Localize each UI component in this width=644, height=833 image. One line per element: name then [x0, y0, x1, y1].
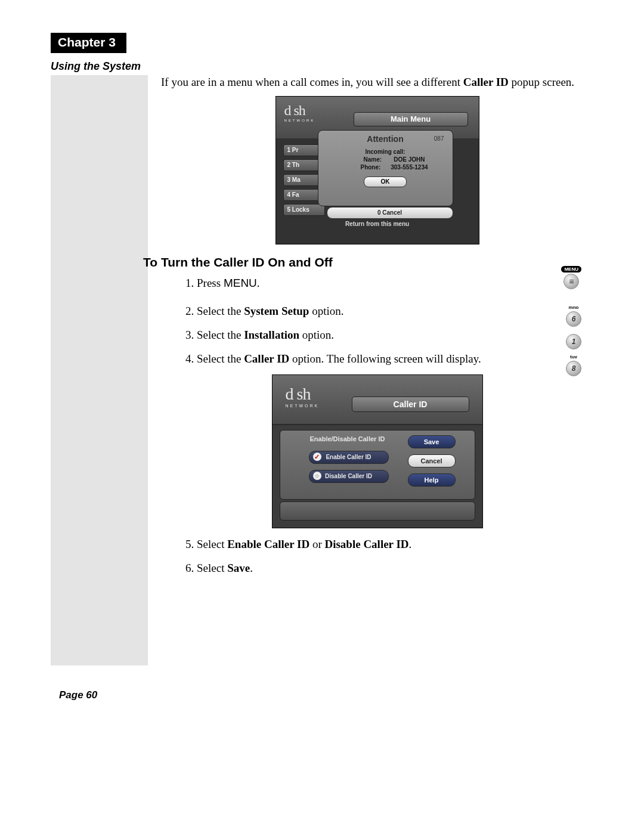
- remote-mno-label: mno: [569, 305, 579, 310]
- menu-row: 5 Locks: [283, 204, 325, 216]
- step-4-pre: Select the: [197, 352, 244, 365]
- check-icon: ✓: [313, 453, 321, 461]
- step-3: Select the Installation option.: [197, 327, 593, 343]
- remote-menu-icon: [564, 274, 579, 289]
- dish-logo: d sh NETWORK: [284, 103, 315, 122]
- popup-code: 087: [434, 135, 444, 142]
- steps-list-continued: Select Enable Caller ID or Disable Calle…: [161, 537, 593, 575]
- remote-menu-label: MENU: [561, 266, 581, 272]
- step-3-post: option.: [299, 329, 334, 341]
- popup-ok-button[interactable]: OK: [364, 176, 407, 187]
- return-hint: Return from this menu: [276, 221, 479, 227]
- enable-caller-id-option[interactable]: ✓ Enable Caller ID: [309, 451, 389, 464]
- popup-title: Attention 087: [318, 134, 453, 144]
- popup-phone-line: Phone: 303-555-1234: [318, 164, 453, 171]
- dish-logo-sub: NETWORK: [286, 404, 320, 408]
- save-button[interactable]: Save: [408, 435, 456, 448]
- step-6: Select Save.: [197, 561, 593, 576]
- manual-page: Chapter 3 Using the System If you are in…: [0, 0, 644, 832]
- step-1-pre: Press: [197, 277, 224, 289]
- remote-8-button: tuv 8: [566, 354, 581, 376]
- step-5-pre: Select: [197, 538, 227, 550]
- page-number: Page 60: [59, 689, 593, 701]
- dish-logo: d sh NETWORK: [286, 385, 320, 408]
- dish-logo-text: d sh: [286, 385, 311, 403]
- step-4: Select the Caller ID option. The followi…: [197, 351, 593, 367]
- tv-screen-main-menu: d sh NETWORK Main Menu 1 Pr 2 Th 3 Ma 4 …: [275, 96, 479, 244]
- remote-1-icon: 1: [566, 334, 581, 349]
- bottom-strip: [280, 501, 475, 521]
- step-5-mid: or: [309, 538, 324, 550]
- panel-title: Enable/Disable Caller ID: [310, 435, 385, 442]
- step-3-bold: Installation: [244, 329, 299, 341]
- step-5-boldB: Disable Caller ID: [324, 538, 408, 550]
- help-button[interactable]: Help: [408, 473, 456, 487]
- caller-id-popup: Attention 087 Incoming call: Name: DOE J…: [318, 130, 453, 206]
- content-column: If you are in a menu when a call comes i…: [161, 75, 593, 665]
- step-4-bold: Caller ID: [244, 352, 289, 365]
- step-1-menu: MENU: [224, 277, 257, 289]
- intro-pre: If you are in a menu when a call comes i…: [161, 76, 463, 88]
- dish-logo-sub: NETWORK: [284, 119, 315, 122]
- cancel-button[interactable]: Cancel: [408, 454, 456, 467]
- popup-incoming-label: Incoming call:: [318, 148, 453, 155]
- left-margin-column: [51, 75, 148, 665]
- step-5: Select Enable Caller ID or Disable Calle…: [197, 537, 593, 552]
- enable-option-label: Enable Caller ID: [326, 454, 371, 460]
- popup-title-text: Attention: [367, 134, 403, 144]
- step-5-post: .: [409, 538, 412, 550]
- tv-screen-caller-id: d sh NETWORK Caller ID Enable/Disable Ca…: [272, 374, 483, 528]
- remote-1-button: 1: [566, 333, 581, 349]
- step-6-bold: Save: [227, 562, 250, 574]
- step-1-post: .: [257, 277, 260, 289]
- section-heading: To Turn the Caller ID On and Off: [143, 255, 593, 270]
- step-6-post: .: [250, 562, 253, 574]
- popup-name-value: DOE JOHN: [394, 156, 425, 163]
- intro-post: popup screen.: [509, 76, 574, 88]
- caller-id-panel: Enable/Disable Caller ID ✓ Enable Caller…: [280, 430, 475, 500]
- cancel-row[interactable]: 0 Cancel: [327, 207, 453, 219]
- remote-tuv-label: tuv: [570, 354, 577, 360]
- remote-8-icon: 8: [566, 361, 581, 376]
- screen-title-caller-id: Caller ID: [352, 397, 469, 412]
- disable-caller-id-option[interactable]: ○ Disable Caller ID: [309, 470, 389, 483]
- disable-option-label: Disable Caller ID: [325, 473, 372, 479]
- popup-phone-label: Phone:: [360, 164, 389, 171]
- step-2: Select the System Setup option.: [197, 304, 593, 319]
- step-5-boldA: Enable Caller ID: [227, 538, 309, 550]
- remote-6-icon: 6: [566, 311, 581, 327]
- popup-name-label: Name:: [363, 156, 392, 163]
- popup-phone-value: 303-555-1234: [391, 164, 428, 171]
- intro-paragraph: If you are in a menu when a call comes i…: [161, 75, 593, 90]
- radio-icon: ○: [313, 472, 321, 480]
- dish-logo-text: d sh: [284, 103, 305, 118]
- chapter-tab: Chapter 3: [51, 33, 126, 53]
- step-1: Press MENU.: [197, 275, 593, 291]
- step-4-post: option. The following screen will displa…: [289, 352, 481, 365]
- step-3-pre: Select the: [197, 329, 244, 341]
- step-2-post: option.: [309, 305, 343, 317]
- remote-6-button: mno 6: [566, 305, 581, 327]
- steps-list: Press MENU. Select the System Setup opti…: [161, 275, 593, 367]
- intro-bold: Caller ID: [463, 76, 509, 88]
- screen-title-main-menu: Main Menu: [354, 112, 468, 126]
- remote-menu-button: MENU: [561, 266, 581, 289]
- step-2-bold: System Setup: [244, 305, 309, 317]
- step-6-pre: Select: [197, 562, 227, 574]
- step-2-pre: Select the: [197, 305, 244, 317]
- popup-name-line: Name: DOE JOHN: [318, 156, 453, 163]
- chapter-subtitle: Using the System: [51, 60, 593, 73]
